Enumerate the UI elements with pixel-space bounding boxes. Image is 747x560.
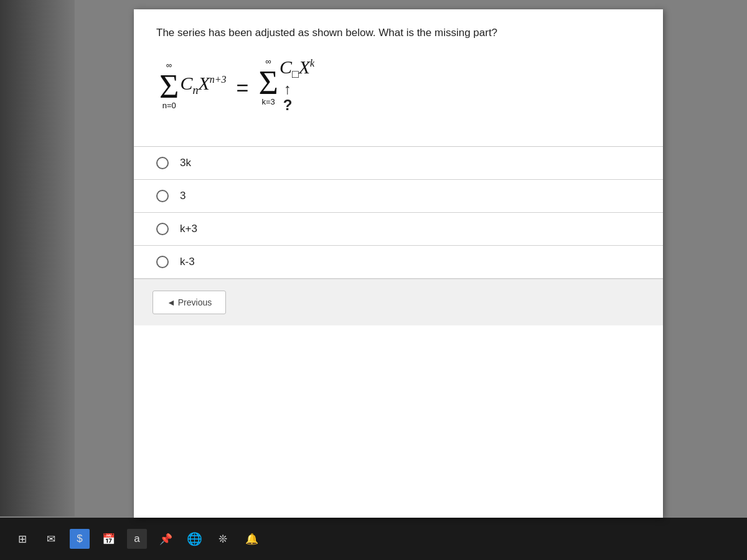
taskbar-icon-windows[interactable]: ⊞ <box>12 529 32 549</box>
option-k-plus-3[interactable]: k+3 <box>134 213 663 246</box>
bottom-nav: ◄ Previous <box>134 279 663 325</box>
taskbar: ⊞ ✉ $ 📅 a 📌 🌐 ❊ 🔔 <box>0 518 747 560</box>
question-text: The series has been adjusted as shown be… <box>156 27 641 39</box>
taskbar-icon-dollar[interactable]: $ <box>70 529 90 549</box>
taskbar-icon-a[interactable]: a <box>127 529 147 549</box>
taskbar-icon-mail[interactable]: ✉ <box>41 529 61 549</box>
option-label-3k: 3k <box>180 157 191 169</box>
math-formula: ∞ Σ n=0 CnXn+3 = ∞ Σ <box>156 57 641 114</box>
taskbar-icon-snowflake[interactable]: ❊ <box>213 529 233 549</box>
radio-k-minus-3[interactable] <box>156 256 169 268</box>
taskbar-icon-calendar[interactable]: 📅 <box>98 529 118 549</box>
option-label-3: 3 <box>180 190 186 202</box>
option-label-k-plus-3: k+3 <box>180 223 197 235</box>
taskbar-icon-pin[interactable]: 📌 <box>156 529 176 549</box>
option-3k[interactable]: 3k <box>134 147 663 180</box>
taskbar-icon-browser[interactable]: 🌐 <box>184 529 204 549</box>
radio-3k[interactable] <box>156 157 169 169</box>
taskbar-icon-notification[interactable]: 🔔 <box>242 529 261 549</box>
option-label-k-minus-3: k-3 <box>180 256 195 268</box>
previous-button[interactable]: ◄ Previous <box>153 291 226 314</box>
option-k-minus-3[interactable]: k-3 <box>134 246 663 279</box>
radio-k-plus-3[interactable] <box>156 223 169 235</box>
options-list: 3k 3 k+3 k-3 <box>134 146 663 279</box>
radio-3[interactable] <box>156 190 169 202</box>
option-3[interactable]: 3 <box>134 180 663 213</box>
